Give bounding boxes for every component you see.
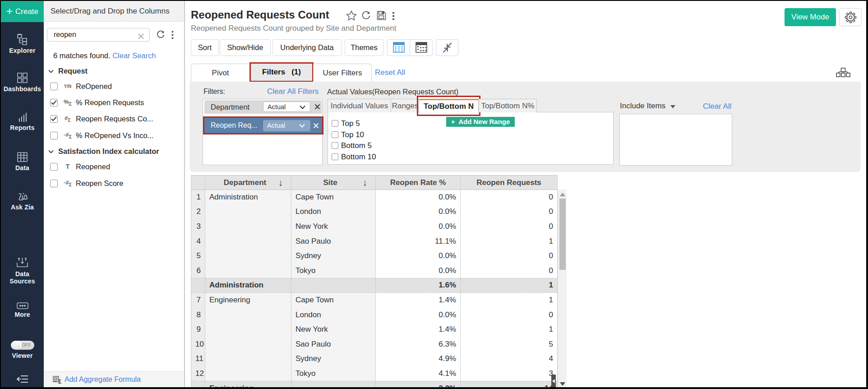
svg-text:Σ: Σ bbox=[58, 378, 61, 384]
